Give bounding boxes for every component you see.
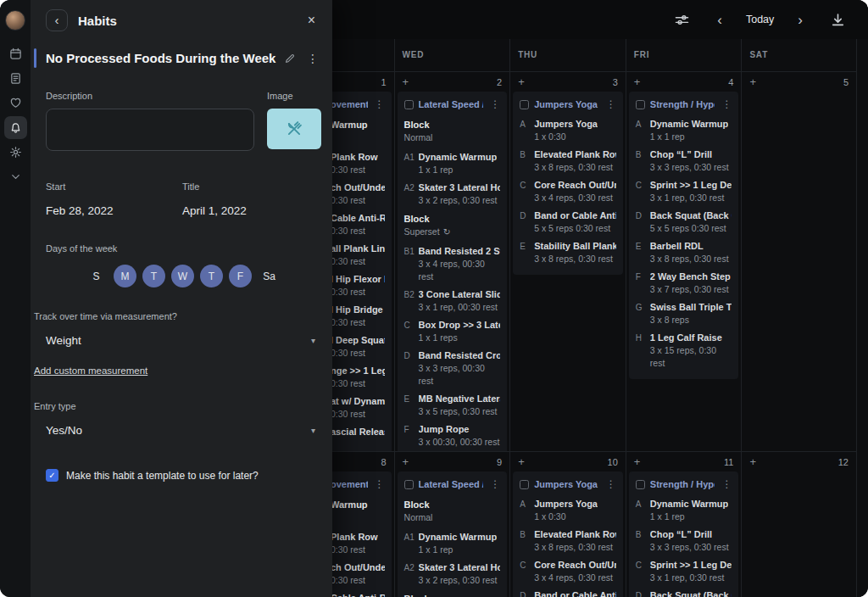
day-toggle-m[interactable]: M (114, 265, 136, 287)
workout-title-row: Lateral Speed / Plyo⋮ (398, 474, 508, 495)
measurement-select[interactable]: Weight ▾ (46, 334, 315, 347)
exercise-item[interactable]: CSprint >> 1 Leg Declarations3 x 1 rep, … (629, 556, 739, 587)
add-workout-icon[interactable]: + (518, 456, 525, 467)
start-date-field[interactable]: Feb 28, 2022 (46, 204, 114, 217)
exercise-item[interactable]: DBand or Cable Anti Rotati...5 x 5 reps … (513, 207, 623, 237)
day-toggle-t[interactable]: T (142, 265, 165, 287)
exercise-item[interactable]: AJumpers Yoga1 x 0:30 (513, 115, 623, 146)
exercise-item[interactable]: BElevated Plank Row3 x 8 reps, 0:30 rest (513, 146, 623, 176)
day-cell: +11Strength / Hypertro...⋮ADynamic Warmu… (626, 452, 742, 597)
today-button[interactable]: Today (746, 14, 774, 25)
kebab-menu-icon[interactable]: ⋮ (488, 98, 502, 110)
exercise-name: Jumpers Yoga (534, 498, 598, 511)
exercise-item[interactable]: BElevated Plank Row3 x 8 reps, 0:30 rest (513, 526, 623, 556)
exercise-tag: E (636, 240, 650, 253)
habit-image-thumbnail[interactable] (267, 109, 321, 149)
nav-expand[interactable] (4, 165, 27, 188)
kebab-menu-icon[interactable]: ⋮ (604, 98, 618, 110)
next-week-button[interactable]: › (796, 11, 804, 29)
add-workout-icon[interactable]: + (634, 456, 641, 467)
add-workout-icon[interactable]: + (749, 76, 756, 87)
exercise-item[interactable]: B23 Cone Lateral Slide3 x 1 rep, 00:30 r… (398, 286, 508, 316)
exercise-tag: B (636, 148, 650, 161)
filter-sliders-button[interactable] (670, 8, 693, 31)
user-avatar[interactable] (5, 10, 25, 31)
exercise-item[interactable]: A2Skater 3 Lateral Hops >> ...3 x 2 reps… (398, 179, 508, 209)
back-button[interactable]: ‹ (46, 9, 68, 31)
exercise-item[interactable]: DBack Squat (Back Off Set)5 x 5 reps 0:3… (629, 207, 739, 237)
habit-kebab-menu-icon[interactable]: ⋮ (307, 52, 319, 65)
exercise-name-row: GSwiss Ball Triple Threat (636, 301, 732, 314)
day-toggle-sa[interactable]: Sa (258, 265, 281, 287)
workout-card[interactable]: Strength / Hypertro...⋮ADynamic Warmup1 … (629, 92, 739, 379)
workout-checkbox[interactable] (636, 480, 645, 489)
exercise-reps: 3 x 8 reps (650, 314, 732, 326)
exercise-item[interactable]: H1 Leg Calf Raise3 x 15 reps, 0:30 rest (629, 329, 739, 372)
add-workout-icon[interactable]: + (749, 456, 756, 467)
exercise-item[interactable]: ADynamic Warmup1 x 1 rep (629, 115, 739, 146)
exercise-item[interactable]: EMB Negative Lateral Hop...3 x 5 reps, 0… (398, 390, 508, 421)
exercise-item[interactable]: BChop “L” Drill3 x 3 reps, 0:30 rest (629, 146, 739, 176)
add-workout-icon[interactable]: + (403, 76, 409, 87)
workout-card[interactable]: Strength / Hypertro...⋮ADynamic Warmup1 … (629, 471, 739, 597)
download-button[interactable] (826, 8, 849, 31)
exercise-item[interactable]: B1Band Resisted 2 Step Late...3 x 4 reps… (398, 243, 508, 286)
kebab-menu-icon[interactable]: ⋮ (720, 478, 733, 490)
close-icon[interactable]: × (304, 11, 319, 30)
nav-health[interactable] (4, 92, 27, 114)
exercise-item[interactable]: FJump Rope3 x 00:30, 00:30 rest (398, 421, 508, 451)
kebab-menu-icon[interactable]: ⋮ (488, 478, 502, 490)
workout-card[interactable]: Lateral Speed / Plyo⋮BlockNormalA1Dynami… (398, 471, 508, 597)
day-toggle-f[interactable]: F (229, 265, 252, 287)
workout-checkbox[interactable] (404, 480, 414, 489)
exercise-item[interactable]: DBand or Cable Anti Rotati...5 x 5 reps … (513, 587, 623, 597)
add-workout-icon[interactable]: + (518, 76, 525, 87)
kebab-menu-icon[interactable]: ⋮ (604, 478, 618, 490)
description-input[interactable] (46, 109, 254, 151)
edit-pencil-icon[interactable] (284, 53, 296, 64)
workout-checkbox[interactable] (520, 100, 529, 109)
prev-week-button[interactable]: ‹ (715, 11, 724, 29)
exercise-item[interactable]: GSwiss Ball Triple Threat3 x 8 reps (629, 298, 739, 329)
exercise-item[interactable]: CCore Reach Out/Under3 x 4 reps, 0:30 re… (513, 176, 623, 207)
end-date-field[interactable]: April 1, 2022 (182, 204, 247, 217)
entry-type-select[interactable]: Yes/No ▾ (46, 424, 315, 437)
day-toggle-t[interactable]: T (200, 265, 223, 287)
day-toggle-w[interactable]: W (171, 265, 194, 287)
exercise-item[interactable]: F2 Way Bench Step Up3 x 7 reps, 0:30 res… (629, 268, 739, 298)
exercise-item[interactable]: CSprint >> 1 Leg Declarations3 x 1 rep, … (629, 176, 739, 207)
exercise-item[interactable]: BChop “L” Drill3 x 3 reps, 0:30 rest (629, 526, 739, 556)
nav-habits[interactable] (4, 116, 27, 139)
workout-title: ovement Q... (331, 479, 368, 489)
workout-checkbox[interactable] (404, 100, 414, 109)
exercise-item[interactable]: EBarbell RDL3 x 8 reps, 0:30 rest (629, 237, 739, 268)
exercise-item[interactable]: DBack Squat (Back Off Set)5 x 5 reps 0:3… (629, 587, 739, 597)
workout-checkbox[interactable] (636, 100, 645, 109)
kebab-menu-icon[interactable]: ⋮ (720, 98, 733, 110)
exercise-item[interactable]: AJumpers Yoga1 x 0:30 (513, 495, 623, 526)
exercise-item[interactable]: CCore Reach Out/Under3 x 4 reps, 0:30 re… (513, 556, 623, 587)
nav-settings[interactable] (4, 141, 27, 164)
add-workout-icon[interactable]: + (403, 456, 409, 467)
exercise-item[interactable]: A1Dynamic Warmup1 x 1 rep (398, 528, 508, 559)
exercise-item[interactable]: A1Dynamic Warmup1 x 1 rep (398, 148, 508, 179)
workout-card[interactable]: Jumpers Yoga / Core⋮AJumpers Yoga1 x 0:3… (513, 471, 623, 597)
template-checkbox[interactable]: ✓ (46, 469, 58, 482)
day-toggle-s[interactable]: S (85, 265, 108, 287)
add-custom-measurement-link[interactable]: Add custom measurement (34, 365, 147, 376)
exercise-name: all Plank Linear ... (331, 243, 385, 255)
workout-card[interactable]: Jumpers Yoga / Core⋮AJumpers Yoga1 x 0:3… (513, 92, 623, 275)
exercise-item[interactable]: DBand Resisted Crossover...3 x 3 reps, 0… (398, 347, 508, 390)
add-workout-icon[interactable]: + (634, 76, 641, 87)
exercise-item[interactable]: ADynamic Warmup1 x 1 rep (629, 495, 739, 526)
nav-calendar[interactable] (4, 42, 27, 65)
nav-notes[interactable] (4, 67, 27, 90)
kebab-menu-icon[interactable]: ⋮ (373, 478, 387, 490)
workout-card[interactable]: Lateral Speed / Plyo⋮BlockNormalA1Dynami… (398, 92, 508, 451)
kebab-menu-icon[interactable]: ⋮ (373, 98, 387, 110)
exercise-item[interactable]: A2Skater 3 Lateral Hops >> ...3 x 2 reps… (398, 559, 508, 589)
exercise-item[interactable]: CBox Drop >> 3 Lateral H...1 x 1 reps (398, 316, 508, 347)
exercise-item[interactable]: EStability Ball Plank Linear ...3 x 8 re… (513, 237, 623, 268)
workout-checkbox[interactable] (520, 480, 529, 489)
exercise-name: Dynamic Warmup (650, 118, 729, 131)
